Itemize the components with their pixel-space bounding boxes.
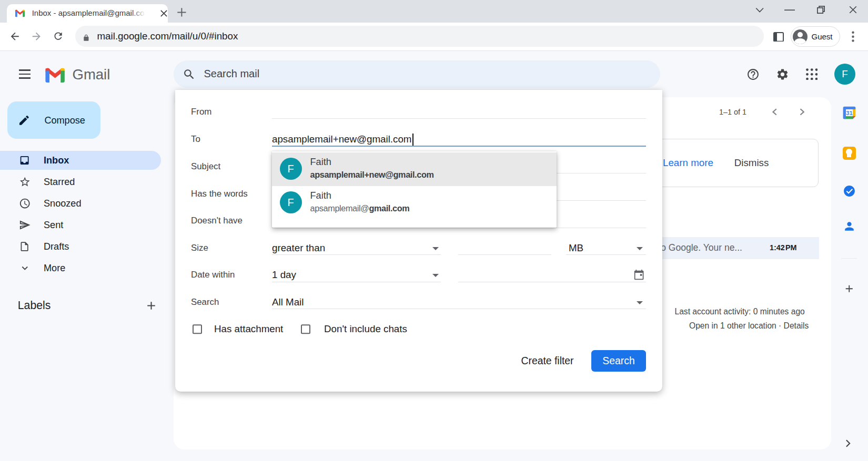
svg-text:31: 31 xyxy=(846,110,853,116)
